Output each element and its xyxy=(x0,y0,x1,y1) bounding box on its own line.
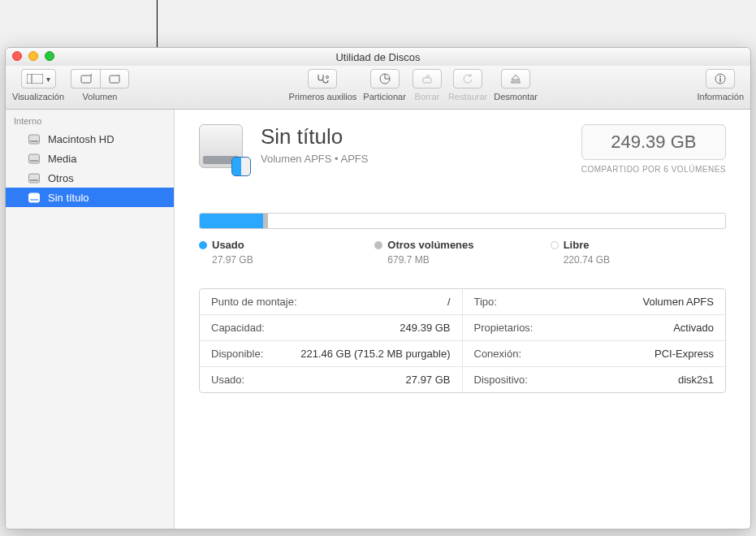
info-key: Dispositivo: xyxy=(474,374,528,386)
swatch-icon xyxy=(199,241,207,249)
disk-icon xyxy=(27,190,41,205)
svg-rect-16 xyxy=(30,160,38,162)
legend-other: Otros volúmenes 679.7 MB xyxy=(374,239,550,266)
svg-point-11 xyxy=(719,76,721,77)
disk-plus-icon: + xyxy=(80,73,92,84)
usage-bar-other xyxy=(263,214,268,228)
usage-section: Usado 27.97 GB Otros volúmenes 679.7 MB … xyxy=(199,213,726,266)
disk-icon xyxy=(27,171,41,185)
sidebar-header: Interno xyxy=(6,113,174,129)
volume-size-badge: 249.39 GB xyxy=(581,124,726,160)
usage-bar xyxy=(199,213,726,229)
view-label: Visualización xyxy=(12,92,64,102)
info-key: Tipo: xyxy=(474,296,497,308)
info-row: Dispositivo:disk2s1 xyxy=(463,367,726,392)
restore-label: Restaurar xyxy=(448,92,487,102)
legend-free: Libre 220.74 GB xyxy=(551,239,726,266)
info-row: Disponible:221.46 GB (715.2 MB purgable) xyxy=(200,341,463,367)
erase-icon xyxy=(421,73,433,84)
svg-rect-13 xyxy=(29,135,40,144)
svg-rect-8 xyxy=(423,78,431,83)
info-value: disk2s1 xyxy=(678,374,714,386)
info-value: Volumen APFS xyxy=(643,296,714,308)
volume-group: + − Volumen xyxy=(71,69,129,102)
swatch-icon xyxy=(374,241,382,249)
shared-note: COMPARTIDO POR 6 VOLÚMENES xyxy=(581,165,726,174)
svg-point-6 xyxy=(326,76,329,79)
sidebar-item[interactable]: Media xyxy=(6,149,174,168)
info-button[interactable] xyxy=(706,69,735,89)
titlebar: Utilidad de Discos xyxy=(6,48,750,66)
annotation-line xyxy=(157,0,158,47)
firstaid-button[interactable] xyxy=(308,69,337,89)
minimize-button[interactable] xyxy=(28,51,38,61)
sidebar-item-label: Sin título xyxy=(48,192,89,204)
app-window: Utilidad de Discos ▾ Visualización xyxy=(5,47,751,530)
sidebar-item-label: Media xyxy=(48,153,76,165)
firstaid-group: Primeros auxilios xyxy=(289,69,357,102)
info-key: Conexión: xyxy=(474,348,522,360)
info-row: Capacidad:249.39 GB xyxy=(200,315,463,341)
window-title: Utilidad de Discos xyxy=(335,51,420,63)
erase-group: Borrar xyxy=(413,69,442,102)
main-panel: Sin título Volumen APFS • APFS 249.39 GB… xyxy=(175,110,750,529)
volume-label: Volumen xyxy=(83,92,118,102)
legend-other-value: 679.7 MB xyxy=(374,254,550,266)
info-value: Activado xyxy=(673,322,714,334)
remove-volume-button[interactable]: − xyxy=(100,69,129,89)
restore-button[interactable] xyxy=(453,69,482,89)
sidebar-item[interactable]: Macintosh HD xyxy=(6,129,174,149)
info-value: PCI-Express xyxy=(654,348,714,360)
info-row: Conexión:PCI-Express xyxy=(463,341,726,367)
finder-badge-icon xyxy=(231,157,251,176)
unmount-group: Desmontar xyxy=(494,69,538,102)
svg-rect-18 xyxy=(30,179,38,181)
svg-rect-15 xyxy=(29,154,40,163)
info-table: Punto de montaje:/Tipo:Volumen APFSCapac… xyxy=(199,288,726,393)
pie-icon xyxy=(379,73,391,84)
svg-rect-0 xyxy=(27,74,43,84)
erase-label: Borrar xyxy=(415,92,440,102)
sidebar-icon xyxy=(27,74,43,84)
volume-name: Sin título xyxy=(261,124,368,149)
zoom-button[interactable] xyxy=(45,51,54,61)
info-row: Tipo:Volumen APFS xyxy=(463,289,726,315)
sidebar-item[interactable]: Sin título xyxy=(6,188,174,207)
view-group: ▾ Visualización xyxy=(12,69,64,102)
info-key: Capacidad: xyxy=(211,322,265,334)
legend-free-value: 220.74 GB xyxy=(551,254,726,266)
unmount-button[interactable] xyxy=(501,69,530,89)
sidebar-item-label: Otros xyxy=(48,172,74,184)
view-button[interactable]: ▾ xyxy=(21,69,56,89)
svg-rect-19 xyxy=(29,193,40,202)
svg-rect-14 xyxy=(30,140,38,142)
info-value: 221.46 GB (715.2 MB purgable) xyxy=(300,348,450,360)
disk-minus-icon: − xyxy=(109,73,120,84)
info-key: Punto de montaje: xyxy=(211,296,297,308)
restore-group: Restaurar xyxy=(448,69,487,102)
sidebar-item[interactable]: Otros xyxy=(6,168,174,188)
disk-icon xyxy=(27,151,41,166)
svg-rect-17 xyxy=(29,174,40,183)
info-key: Usado: xyxy=(211,374,244,386)
legend-free-label: Libre xyxy=(564,239,590,251)
legend-other-label: Otros volúmenes xyxy=(387,239,473,251)
sidebar: Interno Macintosh HDMediaOtrosSin título xyxy=(6,110,175,529)
firstaid-label: Primeros auxilios xyxy=(289,92,357,102)
erase-button[interactable] xyxy=(413,69,442,89)
legend-used-value: 27.97 GB xyxy=(199,254,374,266)
partition-button[interactable] xyxy=(370,69,400,89)
svg-text:+: + xyxy=(89,73,92,79)
swatch-icon xyxy=(551,241,559,249)
info-group: Información xyxy=(698,69,744,102)
add-volume-button[interactable]: + xyxy=(71,69,100,89)
usage-legend: Usado 27.97 GB Otros volúmenes 679.7 MB … xyxy=(199,239,726,266)
restore-icon xyxy=(462,73,473,84)
chevron-down-icon: ▾ xyxy=(46,75,50,84)
info-value: 249.39 GB xyxy=(400,322,450,334)
svg-rect-9 xyxy=(512,81,520,83)
legend-used-label: Usado xyxy=(212,239,244,251)
window-controls xyxy=(12,51,54,61)
partition-label: Particionar xyxy=(363,92,406,102)
close-button[interactable] xyxy=(12,51,22,61)
